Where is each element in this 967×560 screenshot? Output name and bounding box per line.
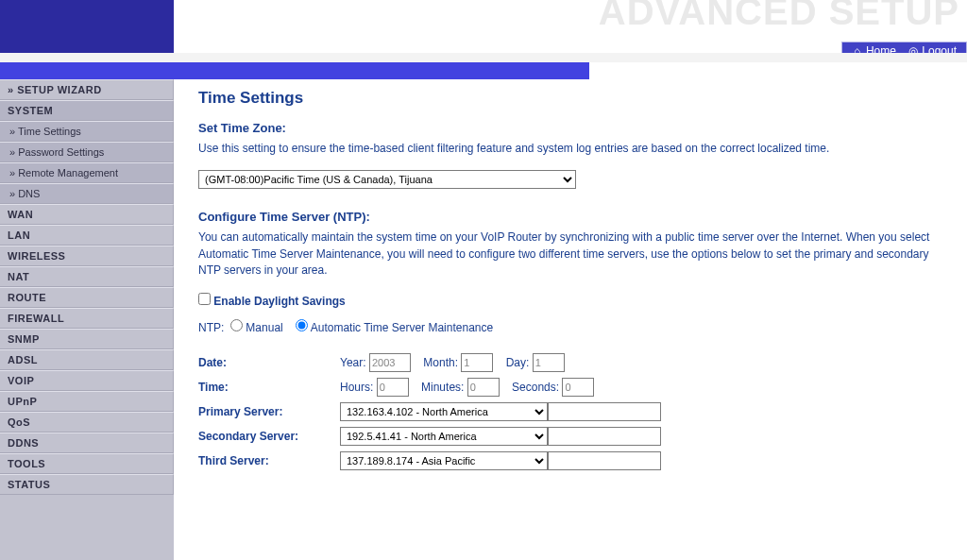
- hours-input[interactable]: [377, 378, 409, 397]
- tz-heading: Set Time Zone:: [198, 121, 942, 135]
- nav-route[interactable]: ROUTE: [0, 287, 174, 308]
- main-area[interactable]: Time Settings Set Time Zone: Use this se…: [174, 62, 967, 560]
- banner-separator: [0, 53, 967, 62]
- seconds-input[interactable]: [562, 378, 594, 397]
- banner: ADVANCED SETUP ⌂ Home ◎ Logout: [0, 0, 967, 62]
- ntp-description: You can automatically maintain the syste…: [198, 229, 942, 279]
- tz-description: Use this setting to ensure the time-base…: [198, 141, 942, 157]
- month-label: Month:: [423, 356, 458, 369]
- ntp-auto-radio[interactable]: [296, 319, 308, 331]
- nav-qos[interactable]: QoS: [0, 412, 174, 433]
- timezone-select[interactable]: (GMT-08:00)Pacific Time (US & Canada), T…: [198, 170, 576, 189]
- nav-upnp[interactable]: UPnP: [0, 391, 174, 412]
- nav-time-settings[interactable]: » Time Settings: [0, 121, 174, 142]
- nav-nat[interactable]: NAT: [0, 266, 174, 287]
- nav-adsl[interactable]: ADSL: [0, 349, 174, 370]
- ntp-manual-label: Manual: [246, 321, 282, 334]
- dst-label: Enable Daylight Savings: [213, 295, 345, 308]
- nav-password-settings[interactable]: » Password Settings: [0, 142, 174, 162]
- main-bluebar: [174, 62, 589, 79]
- secondary-server-extra-input[interactable]: [548, 427, 661, 446]
- nav-lan[interactable]: LAN: [0, 225, 174, 246]
- secondary-server-label: Secondary Server:: [198, 427, 340, 446]
- year-input[interactable]: [369, 353, 411, 372]
- minutes-input[interactable]: [467, 378, 500, 397]
- secondary-server-row: Secondary Server: 192.5.41.41 - North Am…: [198, 427, 670, 446]
- ntp-heading: Configure Time Server (NTP):: [198, 210, 942, 224]
- third-server-row: Third Server: 137.189.8.174 - Asia Pacif…: [198, 451, 670, 470]
- nav-remote-management[interactable]: » Remote Management: [0, 162, 174, 183]
- banner-title: ADVANCED SETUP: [599, 0, 959, 33]
- page-title: Time Settings: [198, 89, 942, 108]
- primary-server-label: Primary Server:: [198, 402, 340, 421]
- month-input[interactable]: [461, 353, 493, 372]
- nav-tools[interactable]: TOOLS: [0, 453, 174, 474]
- primary-server-row: Primary Server: 132.163.4.102 - North Am…: [198, 402, 670, 421]
- ntp-auto-label: Automatic Time Server Maintenance: [311, 321, 493, 334]
- nav-dns[interactable]: » DNS: [0, 183, 174, 204]
- time-label: Time:: [198, 378, 340, 397]
- nav-setup-wizard[interactable]: » SETUP WIZARD: [0, 79, 174, 100]
- nav-status[interactable]: STATUS: [0, 474, 174, 495]
- nav-ddns[interactable]: DDNS: [0, 433, 174, 453]
- nav-snmp[interactable]: SNMP: [0, 329, 174, 349]
- hours-label: Hours:: [340, 381, 373, 394]
- ntp-label: NTP:: [198, 321, 224, 334]
- nav-system[interactable]: SYSTEM: [0, 100, 174, 121]
- nav-wireless[interactable]: WIRELESS: [0, 246, 174, 266]
- year-label: Year:: [340, 356, 366, 369]
- date-row: Date: Year: Month: Day:: [198, 353, 670, 372]
- third-server-label: Third Server:: [198, 451, 340, 470]
- fields-table: Date: Year: Month: Day: Time:: [198, 348, 670, 476]
- third-server-select[interactable]: 137.189.8.174 - Asia Pacific: [340, 451, 548, 470]
- nav-firewall[interactable]: FIREWALL: [0, 308, 174, 329]
- third-server-extra-input[interactable]: [548, 451, 661, 470]
- day-label: Day:: [506, 356, 530, 369]
- date-label: Date:: [198, 353, 340, 372]
- banner-logo-block: [0, 0, 174, 53]
- nav-list: » SETUP WIZARD SYSTEM » Time Settings » …: [0, 79, 174, 495]
- seconds-label: Seconds:: [512, 381, 559, 394]
- ntp-manual-radio[interactable]: [230, 319, 243, 331]
- primary-server-extra-input[interactable]: [548, 402, 661, 421]
- content: Time Settings Set Time Zone: Use this se…: [174, 79, 967, 514]
- minutes-label: Minutes:: [421, 381, 464, 394]
- sidebar-bluebar: [0, 62, 174, 79]
- day-input[interactable]: [533, 353, 565, 372]
- secondary-server-select[interactable]: 192.5.41.41 - North America: [340, 427, 548, 446]
- sidebar: » SETUP WIZARD SYSTEM » Time Settings » …: [0, 62, 174, 560]
- dst-checkbox[interactable]: [198, 293, 211, 305]
- nav-voip[interactable]: VOIP: [0, 370, 174, 391]
- time-row: Time: Hours: Minutes: Seconds:: [198, 378, 670, 397]
- primary-server-select[interactable]: 132.163.4.102 - North America: [340, 402, 548, 421]
- nav-wan[interactable]: WAN: [0, 204, 174, 225]
